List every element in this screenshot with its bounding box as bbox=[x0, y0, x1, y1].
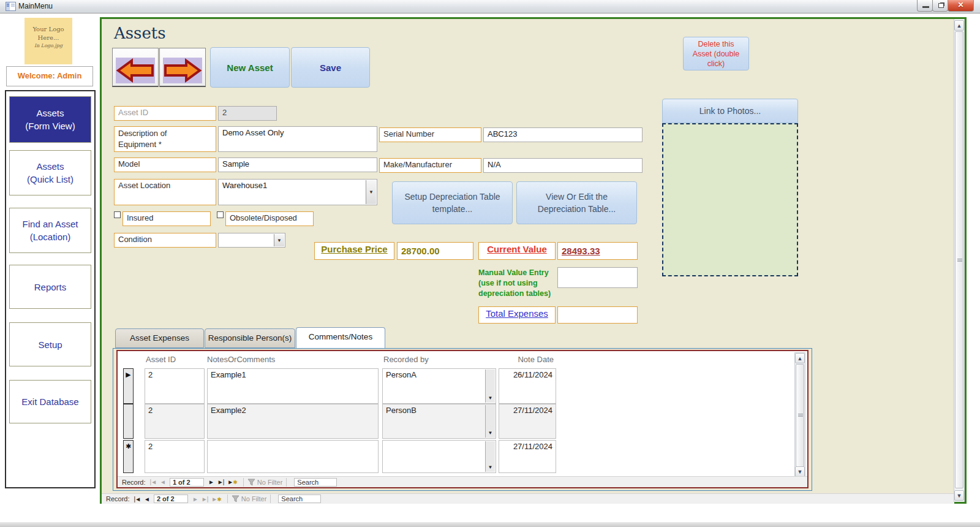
obsolete-checkbox[interactable] bbox=[217, 211, 224, 218]
cell-recorded-by[interactable]: PersonB ▼ bbox=[382, 404, 496, 439]
cell-note-date[interactable]: 27/11/2024 bbox=[499, 440, 556, 473]
scroll-up-icon[interactable]: ▲ bbox=[795, 353, 805, 363]
recorded-by-dropdown[interactable]: ▼ bbox=[485, 405, 495, 438]
record-position[interactable]: 1 of 2 bbox=[170, 478, 204, 487]
sidebar-item-find-an-asset[interactable]: Find an Asset (Location) bbox=[9, 208, 91, 253]
delete-asset-button[interactable]: Delete this Asset (double click) bbox=[683, 37, 749, 70]
window-bottom-frame bbox=[0, 522, 980, 527]
column-header-notes: NotesOrComments bbox=[207, 355, 275, 364]
purchase-price-field[interactable]: 28700.00 bbox=[397, 242, 473, 260]
subform-record-nav: Record: |◄ ◄ 1 of 2 ► ►| ►✱ No Filter Se… bbox=[118, 476, 807, 487]
logo-line2: Here... bbox=[24, 34, 72, 42]
view-depreciation-button[interactable]: View Or Edit the Depreciation Table... bbox=[516, 181, 637, 224]
asset-location-combo[interactable]: Warehouse1 ▼ bbox=[218, 179, 377, 205]
total-expenses-label: Total Expenses bbox=[478, 306, 556, 324]
asset-location-value: Warehouse1 bbox=[222, 181, 267, 190]
cell-recorded-by[interactable]: ▼ bbox=[382, 440, 496, 473]
minimize-icon bbox=[922, 6, 929, 8]
link-to-photos-button[interactable]: Link to Photos... bbox=[662, 99, 798, 123]
condition-dropdown-icon[interactable]: ▼ bbox=[274, 234, 284, 246]
titlebar: MainMenu ✕ bbox=[0, 0, 980, 13]
cell-asset-id[interactable]: 2 bbox=[145, 368, 205, 404]
sidebar-item-exit-database[interactable]: Exit Database bbox=[9, 380, 91, 423]
last-record-button[interactable]: ►| bbox=[202, 496, 208, 502]
serial-number-field[interactable]: ABC123 bbox=[483, 127, 643, 142]
form-scrollbar-thumb[interactable] bbox=[955, 31, 963, 488]
cell-notes[interactable]: Example1 bbox=[207, 368, 379, 404]
description-field[interactable]: Demo Asset Only bbox=[218, 126, 377, 152]
cell-asset-id[interactable]: 2 bbox=[145, 440, 205, 473]
tab-comments-notes[interactable]: Comments/Notes bbox=[296, 327, 385, 348]
asset-location-label: Asset Location bbox=[114, 179, 216, 205]
sidebar-item-assets-form-view[interactable]: Assets (Form View) bbox=[9, 96, 91, 143]
sidebar-item-setup[interactable]: Setup bbox=[9, 322, 91, 366]
filter-status[interactable]: No Filter bbox=[241, 495, 267, 502]
record-position[interactable]: 2 of 2 bbox=[154, 495, 188, 503]
filter-icon bbox=[247, 479, 255, 486]
save-button[interactable]: Save bbox=[291, 47, 370, 88]
tab-responsible-persons[interactable]: Responsible Person(s) bbox=[205, 328, 295, 348]
tab-asset-expenses[interactable]: Asset Expenses bbox=[115, 328, 204, 348]
row-selector-new[interactable]: ✱ bbox=[123, 440, 134, 473]
subform-scrollbar[interactable]: ▲ ▼ bbox=[794, 352, 805, 477]
scroll-up-icon[interactable]: ▲ bbox=[954, 20, 964, 31]
close-button[interactable]: ✕ bbox=[948, 0, 974, 12]
next-record-button[interactable] bbox=[159, 48, 206, 87]
recorded-by-dropdown[interactable]: ▼ bbox=[485, 441, 495, 472]
new-asset-button[interactable]: New Asset bbox=[210, 47, 290, 88]
next-record-button[interactable]: ► bbox=[192, 496, 198, 502]
dropdown-icon: ▼ bbox=[486, 395, 495, 401]
serial-number-label: Serial Number bbox=[379, 127, 481, 142]
previous-record-button[interactable] bbox=[112, 48, 159, 87]
window-title: MainMenu bbox=[18, 2, 53, 10]
next-record-button[interactable]: ► bbox=[208, 479, 214, 485]
search-input[interactable]: Search bbox=[294, 478, 337, 487]
photo-placeholder[interactable] bbox=[662, 123, 798, 276]
cell-asset-id[interactable]: 2 bbox=[145, 404, 205, 439]
sidebar-item-reports[interactable]: Reports bbox=[9, 265, 91, 309]
previous-record-button[interactable]: ◄ bbox=[144, 496, 149, 502]
sidebar-item-assets-quick-list[interactable]: Assets (Quick List) bbox=[9, 150, 91, 195]
sidebar-nav-panel: Assets (Form View) Assets (Quick List) F… bbox=[5, 90, 96, 488]
left-arrow-icon bbox=[116, 58, 155, 83]
cell-notes[interactable] bbox=[207, 440, 379, 473]
column-header-note-date: Note Date bbox=[499, 355, 554, 364]
filter-status[interactable]: No Filter bbox=[257, 479, 283, 486]
model-field[interactable]: Sample bbox=[218, 157, 377, 172]
new-record-button[interactable]: ►✱ bbox=[227, 479, 237, 485]
main-record-nav: Record: |◄ ◄ 2 of 2 ► ►| ►✱ No Filter Se… bbox=[102, 493, 954, 504]
current-value-label: Current Value bbox=[478, 242, 556, 260]
setup-depreciation-button[interactable]: Setup Depreciation Table template... bbox=[392, 181, 513, 224]
cell-notes[interactable]: Example2 bbox=[207, 404, 379, 439]
scroll-down-icon[interactable]: ▼ bbox=[954, 490, 964, 501]
cell-note-date[interactable]: 26/11/2024 bbox=[499, 368, 556, 404]
first-record-button[interactable]: |◄ bbox=[134, 496, 141, 502]
logo-line1: Your Logo bbox=[24, 25, 72, 34]
first-record-button[interactable]: |◄ bbox=[150, 479, 157, 485]
condition-combo[interactable]: ▼ bbox=[218, 233, 285, 248]
minimize-button[interactable] bbox=[917, 0, 933, 12]
last-record-button[interactable]: ►| bbox=[217, 479, 224, 485]
search-input[interactable]: Search bbox=[278, 495, 321, 503]
manual-value-entry-field[interactable] bbox=[557, 267, 638, 288]
new-record-button[interactable]: ►✱ bbox=[211, 496, 221, 502]
total-expenses-field[interactable] bbox=[557, 306, 638, 324]
current-value-field[interactable]: 28493.33 bbox=[557, 242, 638, 260]
restore-icon bbox=[938, 3, 944, 8]
scroll-down-icon[interactable]: ▼ bbox=[795, 466, 805, 477]
previous-record-button[interactable]: ◄ bbox=[160, 479, 165, 485]
form-scrollbar[interactable]: ▲ ▼ bbox=[954, 19, 965, 502]
insured-label: Insured bbox=[123, 211, 211, 226]
condition-label: Condition bbox=[114, 233, 216, 248]
restore-button[interactable] bbox=[932, 0, 948, 12]
subform-scrollbar-thumb[interactable] bbox=[796, 364, 804, 467]
cell-note-date[interactable]: 27/11/2024 bbox=[499, 404, 556, 439]
make-manufacturer-field[interactable]: N/A bbox=[483, 158, 643, 173]
cell-recorded-by[interactable]: PersonA ▼ bbox=[382, 368, 496, 404]
row-selector-current[interactable]: ▶ bbox=[123, 368, 134, 404]
description-label: Description of Equipment * bbox=[114, 126, 216, 152]
asset-location-dropdown-icon[interactable]: ▼ bbox=[366, 180, 376, 204]
row-selector[interactable] bbox=[123, 404, 134, 439]
recorded-by-dropdown[interactable]: ▼ bbox=[485, 370, 495, 403]
insured-checkbox[interactable] bbox=[114, 211, 121, 218]
